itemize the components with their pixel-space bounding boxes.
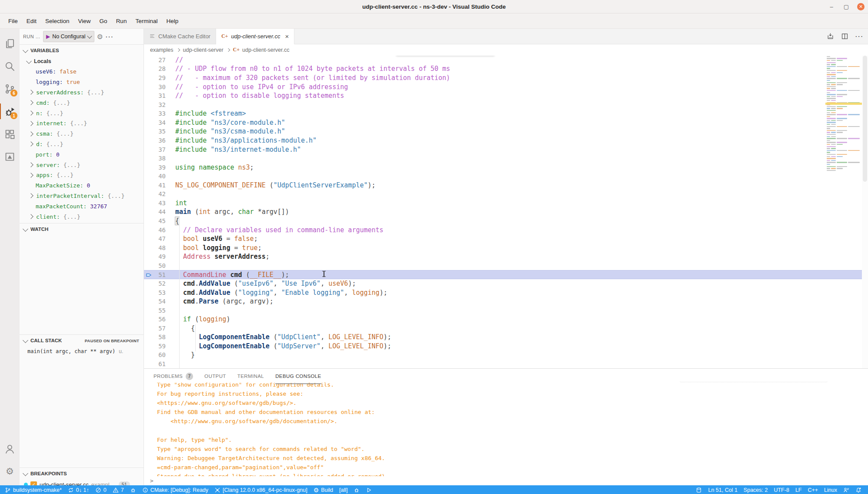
variable-row[interactable]: serverAddress: {...}: [20, 87, 144, 98]
status-ln-51-col-1[interactable]: Ln 51, Col 1: [705, 487, 740, 493]
code-line-41[interactable]: 41NS_LOG_COMPONENT_DEFINE ("UdpClientSer…: [144, 181, 868, 190]
code-line-51[interactable]: 51 CommandLine cmd (__FILE__);: [144, 270, 868, 279]
breadcrumb-item[interactable]: examples: [150, 47, 174, 53]
status-build[interactable]: ⚙Build: [310, 487, 336, 494]
code-line-32[interactable]: 32: [144, 100, 868, 110]
call-stack-header[interactable]: CALL STACK PAUSED ON BREAKPOINT: [20, 335, 144, 346]
panel-tab-terminal[interactable]: TERMINAL: [237, 369, 264, 384]
status-0-1[interactable]: 0↓ 1↑: [65, 487, 92, 493]
code-line-38[interactable]: 38: [144, 154, 868, 163]
status-spaces-2[interactable]: Spaces: 2: [741, 487, 771, 493]
console-prompt[interactable]: >: [144, 476, 868, 485]
code-line-49[interactable]: 49 Address serverAddress;: [144, 252, 868, 261]
activity-search-icon[interactable]: [0, 55, 20, 77]
status-0[interactable]: 0: [92, 487, 110, 493]
status-linux[interactable]: Linux: [821, 487, 840, 493]
minimize-button[interactable]: –: [828, 3, 835, 10]
variable-row[interactable]: interPacketInterval: {...}: [20, 191, 144, 201]
menu-item-run[interactable]: Run: [112, 16, 131, 26]
code-line-27[interactable]: 27//: [144, 56, 868, 65]
code-line-56[interactable]: 56 if (logging): [144, 315, 868, 324]
expand-chevron-icon[interactable]: [28, 121, 33, 126]
code-line-60[interactable]: 60 }: [144, 350, 868, 360]
scope-locals[interactable]: Locals: [20, 56, 144, 67]
code-line-47[interactable]: 47 bool useV6 = false;: [144, 234, 868, 244]
status-7[interactable]: 7: [110, 487, 127, 493]
code-line-54[interactable]: 54 cmd.Parse (argc, argv);: [144, 297, 868, 306]
code-line-44[interactable]: 44main (int argc, char *argv[]): [144, 207, 868, 217]
code-line-45[interactable]: 45{: [144, 217, 868, 226]
menu-item-file[interactable]: File: [4, 16, 22, 26]
breadcrumb-item[interactable]: udp-client-server: [183, 47, 224, 53]
menu-item-help[interactable]: Help: [162, 16, 182, 26]
variable-row[interactable]: MaxPacketSize: 0: [20, 180, 144, 191]
variable-row[interactable]: useV6: false: [20, 67, 144, 77]
status-bug[interactable]: [351, 487, 363, 493]
code-line-31[interactable]: 31// - option to disable logging stateme…: [144, 91, 868, 100]
code-line-33[interactable]: 33#include <fstream>: [144, 109, 868, 118]
run-or-debug-icon[interactable]: [827, 33, 834, 40]
tab-udp-client-server-cc[interactable]: C+udp-client-server.cc×: [216, 29, 294, 44]
launch-configuration-dropdown[interactable]: ▶ No Configural: [43, 31, 94, 42]
code-line-34[interactable]: 34#include "ns3/core-module.h": [144, 118, 868, 127]
panel-tab-output[interactable]: OUTPUT: [204, 369, 226, 384]
code-line-42[interactable]: 42: [144, 190, 868, 199]
expand-chevron-icon[interactable]: [28, 142, 33, 147]
status-play[interactable]: [363, 487, 375, 493]
variable-row[interactable]: port: 0: [20, 149, 144, 160]
variable-row[interactable]: csma: {...}: [20, 129, 144, 139]
activity-source-control-icon[interactable]: 6: [0, 77, 20, 100]
expand-chevron-icon[interactable]: [28, 194, 33, 198]
minimap[interactable]: [825, 56, 862, 186]
status-lf[interactable]: LF: [792, 487, 805, 493]
debug-console-output[interactable]: Type "show configuration" for configurat…: [144, 380, 868, 476]
variable-row[interactable]: apps: {...}: [20, 170, 144, 180]
code-line-52[interactable]: 52 cmd.AddValue ("useIpv6", "Use Ipv6", …: [144, 279, 868, 288]
status-feedback[interactable]: [840, 487, 852, 493]
menu-item-view[interactable]: View: [74, 16, 95, 26]
variable-row[interactable]: internet: {...}: [20, 118, 144, 129]
status-all[interactable]: [all]: [336, 487, 351, 493]
status-debug-alt[interactable]: [127, 487, 139, 493]
status-clang-12-0-0-x86-64-pc-linux-gnu[interactable]: [Clang 12.0.0 x86_64-pc-linux-gnu]: [211, 487, 310, 493]
panel-tab-problems[interactable]: PROBLEMS7: [154, 369, 193, 384]
variable-row[interactable]: client: {...}: [20, 211, 144, 222]
variable-row[interactable]: maxPacketCount: 32767: [20, 201, 144, 211]
code-line-61[interactable]: 61: [144, 360, 868, 368]
menu-item-selection[interactable]: Selection: [41, 16, 73, 26]
variable-row[interactable]: logging: true: [20, 77, 144, 87]
code-editor[interactable]: 27//28// - UDP flow from n0 to n1 of 102…: [144, 56, 868, 368]
variable-row[interactable]: n: {...}: [20, 108, 144, 118]
code-line-35[interactable]: 35#include "ns3/csma-module.h": [144, 127, 868, 136]
breadcrumb-item[interactable]: udp-client-server.cc: [242, 47, 289, 53]
activity-cmake-icon[interactable]: [0, 145, 20, 168]
expand-chevron-icon[interactable]: [28, 131, 33, 136]
code-line-57[interactable]: 57 {: [144, 324, 868, 333]
menu-item-terminal[interactable]: Terminal: [131, 16, 161, 26]
close-button[interactable]: ✕: [857, 3, 865, 10]
code-line-29[interactable]: 29// - maximum of 320 packets sent (or l…: [144, 73, 868, 83]
status-utf-8[interactable]: UTF-8: [771, 487, 792, 493]
activity-settings-icon[interactable]: ⚙: [0, 460, 20, 483]
code-line-40[interactable]: 40: [144, 172, 868, 181]
expand-chevron-icon[interactable]: [28, 100, 33, 105]
variable-row[interactable]: cmd: {...}: [20, 97, 144, 108]
status-bell-dot[interactable]: [852, 487, 865, 493]
code-line-30[interactable]: 30// - option to use IPv4 or IPv6 addres…: [144, 83, 868, 92]
status-buildsystem-cmake[interactable]: buildsystem-cmake*: [2, 487, 65, 493]
code-line-37[interactable]: 37#include "ns3/internet-module.h": [144, 145, 868, 154]
variables-header[interactable]: VARIABLES: [20, 45, 144, 56]
expand-chevron-icon[interactable]: [28, 90, 33, 95]
split-editor-icon[interactable]: [841, 33, 848, 40]
code-line-48[interactable]: 48 bool logging = true;: [144, 244, 868, 253]
panel-tab-debug-console[interactable]: DEBUG CONSOLE: [275, 369, 321, 384]
activity-run-debug-icon[interactable]: 1: [0, 100, 20, 123]
status-cmake-debug-ready[interactable]: CMake: [Debug]: Ready: [139, 487, 211, 493]
code-line-53[interactable]: 53 cmd.AddValue ("logging", "Enable logg…: [144, 288, 868, 297]
close-tab-icon[interactable]: ×: [285, 33, 289, 40]
expand-chevron-icon[interactable]: [28, 173, 33, 177]
breakpoints-header[interactable]: BREAKPOINTS: [20, 468, 144, 479]
activity-explorer-icon[interactable]: [0, 32, 20, 55]
status-c++[interactable]: C++: [805, 487, 821, 493]
code-line-46[interactable]: 46 // Declare variables used in command-…: [144, 226, 868, 235]
